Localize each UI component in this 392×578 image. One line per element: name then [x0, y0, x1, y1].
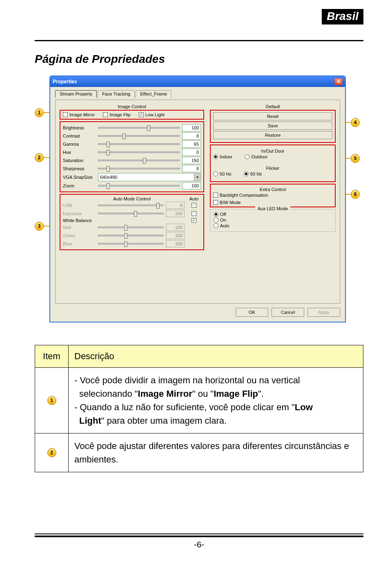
image-control-checks: Image Mirror Image Flip ✓Low Light: [60, 110, 204, 120]
page-title: Página de Propriedades: [35, 53, 363, 66]
inout-flicker-group: In/Out Door Indoor Outdoor Flicker: [210, 144, 336, 182]
slider-gamma-track[interactable]: [98, 143, 180, 145]
bottom-rule: [35, 534, 363, 534]
close-button[interactable]: ✕: [334, 78, 343, 85]
description-table: Item Descrição 1 - Você pode dividir a i…: [35, 345, 363, 472]
image-sliders-group: Brightness100 Contrast8 Gamma65 Hue0 Sat…: [60, 121, 204, 192]
slider-hue-track[interactable]: [98, 151, 180, 153]
auto-mode-group: Auto Mode ControlAuto USB8✓ Exposure150✓…: [60, 194, 204, 250]
radio-indoor[interactable]: Indoor: [213, 154, 232, 159]
page-number: -6-: [35, 540, 363, 549]
top-rule: [35, 40, 363, 41]
radio-aux-off[interactable]: Off: [214, 212, 332, 217]
check-image-mirror[interactable]: Image Mirror: [63, 112, 95, 117]
region-badge: Brasil: [322, 9, 363, 24]
title-bar: Properties ✕: [50, 76, 345, 87]
check-bw[interactable]: B/W Mode: [213, 200, 332, 205]
radio-60hz[interactable]: 60 Hz: [244, 171, 262, 176]
image-control-label: Image Control: [60, 103, 204, 110]
cancel-button[interactable]: Cancel: [272, 308, 304, 317]
slider-blue: [98, 243, 163, 245]
slider-green: [98, 235, 163, 236]
dialog-figure: 1 2 3 4 5 6 Properties ✕ Stream Property…: [35, 76, 361, 329]
slider-brightness: Brightness100: [63, 124, 201, 132]
auto-wb-check[interactable]: ✓: [192, 218, 196, 223]
callout-1: 1: [35, 108, 44, 117]
value-saturation[interactable]: 150: [182, 157, 201, 164]
slider-saturation-track[interactable]: [98, 160, 180, 161]
extra-control-label: Extra Control: [213, 186, 332, 193]
bottom-rule-thick: [35, 536, 363, 537]
table-row: 1 - Você pode dividir a imagem na horizo…: [35, 368, 363, 434]
callout-2: 2: [35, 153, 44, 162]
check-low-light[interactable]: ✓Low Light: [139, 112, 165, 117]
chevron-down-icon[interactable]: ▾: [194, 173, 200, 181]
row2-text: Você pode ajustar diferentes valores par…: [69, 434, 363, 472]
slider-usb: [98, 205, 163, 206]
radio-aux-auto[interactable]: Auto: [214, 223, 332, 228]
dialog-title: Properties: [53, 79, 77, 84]
slider-red: [98, 227, 163, 228]
restore-button[interactable]: Restore: [213, 131, 332, 139]
radio-50hz[interactable]: 50 Hz: [213, 171, 232, 176]
slider-zoom-track[interactable]: [98, 185, 180, 187]
default-label: Default: [210, 103, 336, 110]
radio-outdoor[interactable]: Outdoor: [245, 154, 267, 159]
callout-3: 3: [35, 222, 44, 231]
callout-4: 4: [351, 118, 360, 127]
auto-column-label: Auto: [187, 196, 201, 201]
flicker-label: Flicker: [213, 165, 332, 171]
value-hue[interactable]: 0: [182, 149, 201, 156]
header-item: Item: [35, 345, 69, 368]
tab-stream-property[interactable]: Stream Property: [55, 90, 97, 98]
callout-6: 6: [351, 190, 360, 199]
slider-sharpness-track[interactable]: [98, 168, 180, 169]
properties-dialog: Properties ✕ Stream Property Face Tracki…: [49, 76, 346, 322]
inout-door-label: In/Out Door: [213, 148, 332, 154]
ok-button[interactable]: OK: [236, 308, 268, 317]
extra-control-group: Extra Control Backlight Compensation B/W…: [210, 184, 336, 207]
value-zoom[interactable]: 100: [182, 182, 201, 189]
tab-face-tracking[interactable]: Face Tracking: [98, 90, 135, 98]
radio-aux-on[interactable]: On: [214, 218, 332, 222]
tab-strip: Stream Property Face Tracking Effect_Fra…: [55, 90, 340, 98]
row1-callout: 1: [47, 396, 56, 405]
header-description: Descrição: [69, 345, 363, 368]
dialog-footer: OK Cancel Apply: [55, 308, 340, 317]
check-backlight[interactable]: Backlight Compensation: [213, 193, 332, 198]
select-snapsize[interactable]: 640x480▾: [98, 173, 201, 181]
auto-exposure-check[interactable]: ✓: [192, 211, 196, 216]
default-buttons-group: Reset Save Restore: [210, 110, 336, 143]
auto-mode-control-label: Auto Mode Control: [96, 196, 168, 201]
tab-effect-frame[interactable]: Effect_Frame: [136, 90, 172, 98]
apply-button[interactable]: Apply: [307, 308, 340, 317]
slider-brightness-track[interactable]: [98, 127, 180, 129]
slider-contrast-track[interactable]: [98, 135, 180, 137]
auto-usb-check[interactable]: ✓: [192, 203, 196, 208]
row2-callout: 2: [47, 448, 56, 457]
value-contrast[interactable]: 8: [182, 132, 201, 140]
value-brightness[interactable]: 100: [182, 124, 201, 131]
aux-led-label: Aux LED Mode: [255, 206, 290, 211]
reset-button[interactable]: Reset: [213, 112, 332, 120]
save-button[interactable]: Save: [213, 122, 332, 130]
aux-led-group: Aux LED Mode Off On Auto: [210, 209, 336, 232]
slider-exposure: [98, 213, 163, 214]
value-gamma[interactable]: 65: [182, 140, 201, 148]
value-sharpness[interactable]: 8: [182, 165, 201, 172]
callout-5: 5: [351, 154, 360, 163]
table-row: 2 Você pode ajustar diferentes valores p…: [35, 434, 363, 472]
check-image-flip[interactable]: Image Flip: [103, 112, 130, 117]
